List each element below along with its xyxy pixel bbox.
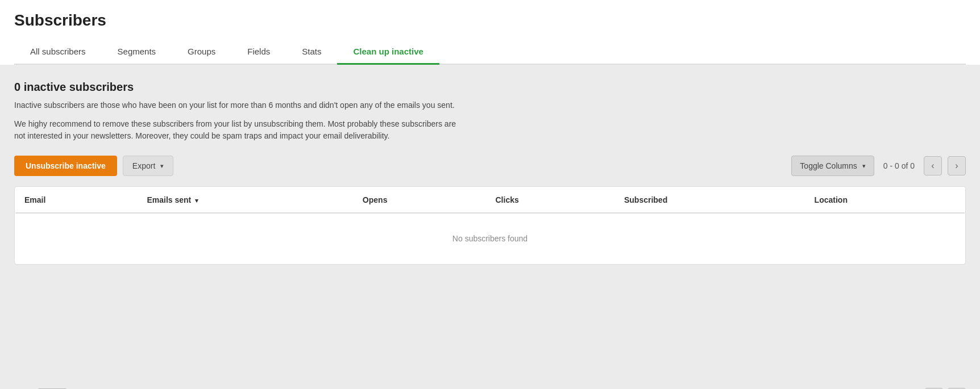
col-opens: Opens — [354, 187, 487, 214]
table-body: No subscribers found — [15, 213, 965, 264]
footer-bar: View 50 ▴ 0 - 0 of 0 ‹ › — [0, 380, 980, 389]
tab-clean-up-inactive[interactable]: Clean up inactive — [337, 40, 439, 65]
chevron-left-icon: ‹ — [931, 161, 934, 171]
pagination-prev-button[interactable]: ‹ — [924, 156, 942, 175]
inactive-count-title: 0 inactive subscribers — [14, 81, 966, 94]
action-bar-left: Unsubscribe inactive Export ▾ — [14, 156, 173, 176]
inactive-desc-1: Inactive subscribers are those who have … — [14, 99, 966, 111]
no-data-row: No subscribers found — [15, 213, 965, 264]
action-bar-right: Toggle Columns ▾ 0 - 0 of 0 ‹ › — [791, 156, 966, 176]
toggle-columns-button[interactable]: Toggle Columns ▾ — [791, 156, 874, 176]
page-header: Subscribers All subscribers Segments Gro… — [0, 0, 980, 65]
tab-groups[interactable]: Groups — [172, 40, 231, 65]
no-subscribers-message: No subscribers found — [15, 213, 965, 264]
tab-all-subscribers[interactable]: All subscribers — [14, 40, 102, 65]
col-subscribed: Subscribed — [615, 187, 805, 214]
col-location: Location — [805, 187, 965, 214]
subscribers-table-wrapper: Email Emails sent ▾ Opens Clicks Subscri… — [14, 186, 966, 265]
tab-fields[interactable]: Fields — [231, 40, 286, 65]
tab-stats[interactable]: Stats — [286, 40, 337, 65]
col-emails-sent[interactable]: Emails sent ▾ — [138, 187, 353, 214]
toggle-columns-caret-icon: ▾ — [862, 162, 866, 170]
main-content: 0 inactive subscribers Inactive subscrib… — [0, 65, 980, 380]
toggle-columns-label: Toggle Columns — [800, 161, 857, 170]
col-clicks: Clicks — [487, 187, 615, 214]
export-caret-icon: ▾ — [160, 162, 164, 170]
pagination-info: 0 - 0 of 0 — [880, 161, 918, 170]
col-email: Email — [15, 187, 138, 214]
action-bar: Unsubscribe inactive Export ▾ Toggle Col… — [14, 156, 966, 176]
export-button[interactable]: Export ▾ — [123, 156, 173, 176]
tabs-nav: All subscribers Segments Groups Fields S… — [14, 40, 966, 65]
page-title: Subscribers — [14, 11, 966, 30]
export-button-label: Export — [132, 161, 155, 170]
inactive-desc-2: We highy recommend to remove these subsc… — [14, 118, 469, 142]
sort-caret-icon: ▾ — [195, 197, 198, 204]
pagination-next-button[interactable]: › — [948, 156, 966, 175]
chevron-right-icon: › — [955, 161, 958, 171]
tab-segments[interactable]: Segments — [102, 40, 172, 65]
unsubscribe-inactive-button[interactable]: Unsubscribe inactive — [14, 156, 117, 176]
table-header: Email Emails sent ▾ Opens Clicks Subscri… — [15, 187, 965, 214]
subscribers-table: Email Emails sent ▾ Opens Clicks Subscri… — [15, 187, 965, 264]
